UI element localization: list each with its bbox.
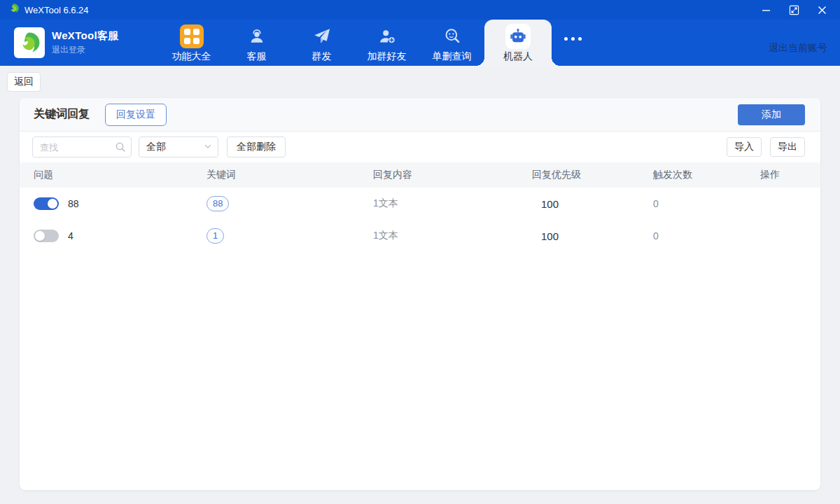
app-logo-icon [8, 3, 20, 17]
toolbar: 全部 全部删除 导入 导出 [20, 132, 820, 162]
back-button[interactable]: 返回 [7, 72, 41, 92]
window-title: WeXTool 6.6.24 [24, 5, 89, 15]
table-header: 问题 关键词 回复内容 回复优先级 触发次数 操作 [20, 162, 820, 188]
nav-item-label: 单删查询 [433, 51, 472, 61]
trigger-count: 0 [653, 230, 760, 241]
robot-icon [505, 25, 531, 48]
agent-icon [247, 25, 267, 48]
logout-login-link[interactable]: 退出登录 [52, 44, 118, 56]
navbar: WeXTool客服 退出登录 功能大全 客服 [0, 20, 840, 66]
table-row: 88 88 1文本 100 0 [20, 188, 820, 220]
nav-item-label: 机器人 [503, 51, 533, 61]
column-header-priority: 回复优先级 [532, 169, 653, 181]
nav-item-features[interactable]: 功能大全 [159, 20, 224, 66]
search-face-icon [442, 25, 462, 48]
keyword-chip: 88 [206, 196, 229, 211]
search-icon [115, 141, 126, 155]
column-header-question: 问题 [34, 169, 206, 181]
reply-content: 1文本 [373, 197, 532, 210]
search-box [32, 136, 132, 158]
add-friend-icon [377, 25, 397, 48]
app-window: WeXTool 6.6.24 [0, 0, 840, 504]
column-header-reply: 回复内容 [373, 169, 532, 181]
column-header-count: 触发次数 [653, 169, 760, 181]
chevron-down-icon [204, 141, 212, 153]
nav-item-label: 群发 [312, 51, 332, 61]
question-text: 88 [68, 198, 79, 209]
nav-item-delete-check[interactable]: 单删查询 [419, 20, 484, 66]
brand: WeXTool客服 退出登录 [14, 27, 150, 58]
filter-select[interactable]: 全部 [139, 136, 218, 158]
brand-logo [14, 27, 45, 58]
toolbar-right: 导入 导出 [727, 137, 805, 157]
filter-select-value: 全部 [146, 141, 166, 153]
nav-item-label: 客服 [247, 51, 267, 61]
table-row: 4 1 1文本 100 0 [20, 220, 820, 252]
add-button[interactable]: 添加 [738, 104, 805, 125]
reply-priority: 100 [532, 230, 653, 242]
back-row: 返回 [0, 66, 840, 98]
enable-toggle[interactable] [34, 230, 59, 242]
brand-text: WeXTool客服 退出登录 [52, 29, 118, 56]
panel-header: 关键词回复 回复设置 添加 [20, 98, 820, 132]
delete-all-button[interactable]: 全部删除 [227, 136, 286, 158]
window-controls [760, 4, 827, 15]
logout-account-link[interactable]: 退出当前账号 [769, 42, 827, 55]
question-text: 4 [68, 230, 74, 241]
nav-item-robot[interactable]: 机器人 [484, 20, 552, 66]
more-dots-icon [564, 37, 568, 41]
trigger-count: 0 [653, 198, 760, 209]
reply-settings-button[interactable]: 回复设置 [105, 104, 167, 126]
enable-toggle[interactable] [34, 197, 59, 210]
nav-item-add-group-friend[interactable]: 加群好友 [354, 20, 419, 66]
reply-priority: 100 [532, 198, 653, 210]
reply-content: 1文本 [373, 230, 532, 242]
brand-name: WeXTool客服 [52, 29, 118, 43]
main-nav: 功能大全 客服 群发 [159, 20, 594, 66]
nav-item-label: 功能大全 [172, 51, 211, 61]
grid-icon [180, 25, 204, 48]
export-button[interactable]: 导出 [770, 137, 805, 157]
nav-item-customer-service[interactable]: 客服 [224, 20, 289, 66]
maximize-button[interactable] [788, 4, 799, 15]
titlebar: WeXTool 6.6.24 [0, 0, 840, 20]
send-icon [312, 25, 332, 48]
titlebar-left: WeXTool 6.6.24 [8, 3, 89, 17]
close-button[interactable] [816, 4, 827, 15]
keyword-chip: 1 [206, 228, 224, 244]
nav-item-mass-send[interactable]: 群发 [289, 20, 354, 66]
column-header-actions: 操作 [760, 169, 820, 181]
column-header-keyword: 关键词 [206, 169, 373, 181]
import-button[interactable]: 导入 [727, 137, 762, 157]
minimize-button[interactable] [760, 4, 771, 15]
nav-item-label: 加群好友 [368, 51, 407, 61]
keyword-reply-panel: 关键词回复 回复设置 添加 全部 全部删 [20, 98, 820, 490]
panel-title: 关键词回复 [34, 107, 90, 122]
